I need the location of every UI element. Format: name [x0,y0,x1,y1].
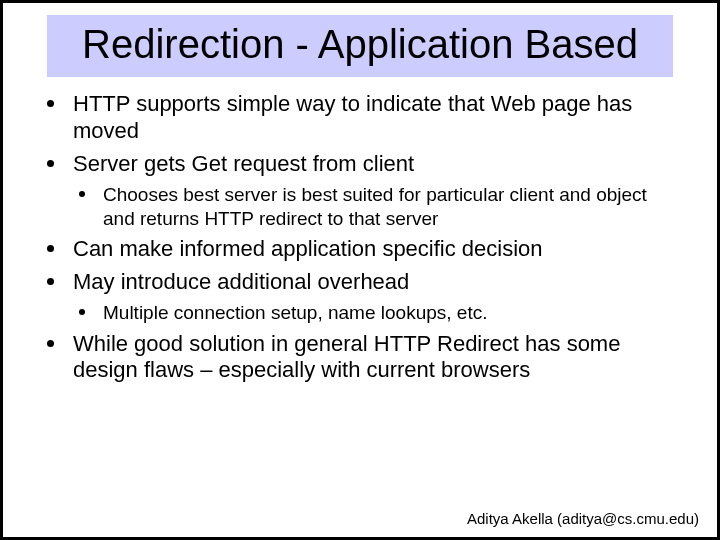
sub-bullet-item: Multiple connection setup, name lookups,… [39,301,681,324]
bullet-item: Can make informed application specific d… [39,236,681,263]
slide-title: Redirection - Application Based [47,15,673,77]
bullet-item: While good solution in general HTTP Redi… [39,331,681,385]
bullet-text: Can make informed application specific d… [73,236,543,261]
bullet-item: Server gets Get request from client [39,151,681,178]
bullet-item: May introduce additional overhead [39,269,681,296]
sub-bullet-text: Multiple connection setup, name lookups,… [103,302,487,323]
sub-bullet-item: Chooses best server is best suited for p… [39,183,681,229]
sub-bullet-text: Chooses best server is best suited for p… [103,184,647,228]
bullet-icon [79,191,85,197]
bullet-text: May introduce additional overhead [73,269,409,294]
slide-body: HTTP supports simple way to indicate tha… [39,91,681,384]
bullet-icon [47,340,54,347]
bullet-icon [47,245,54,252]
bullet-text: HTTP supports simple way to indicate tha… [73,91,632,143]
bullet-icon [47,160,54,167]
bullet-icon [79,309,85,315]
bullet-text: Server gets Get request from client [73,151,414,176]
bullet-item: HTTP supports simple way to indicate tha… [39,91,681,145]
slide-footer: Aditya Akella (aditya@cs.cmu.edu) [467,510,699,527]
bullet-text: While good solution in general HTTP Redi… [73,331,620,383]
bullet-icon [47,278,54,285]
bullet-icon [47,100,54,107]
slide: Redirection - Application Based HTTP sup… [0,0,720,540]
